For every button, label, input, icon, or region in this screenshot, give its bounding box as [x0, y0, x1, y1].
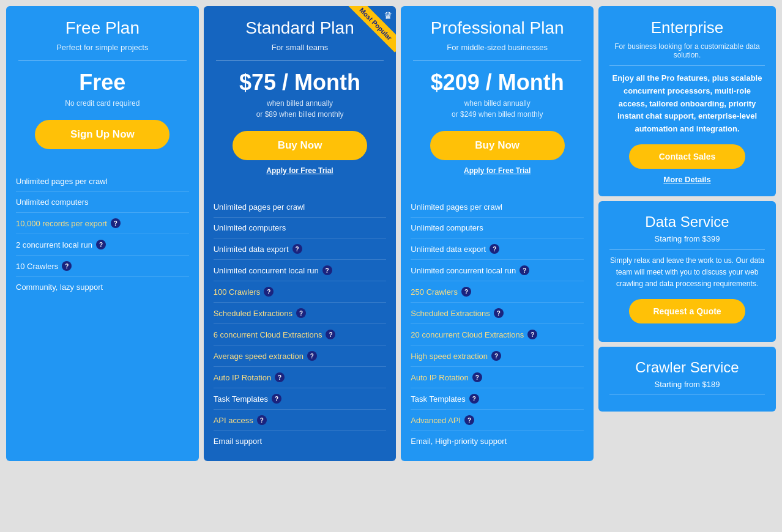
info-icon[interactable]: ? [322, 265, 332, 275]
standard-plan-card: ♛ Most Popular Standard Plan For small t… [204, 6, 397, 461]
info-icon[interactable]: ? [111, 218, 121, 228]
list-item: Unlimited data export ? [411, 238, 584, 260]
right-column: Enterprise For business looking for a cu… [598, 6, 776, 461]
list-item: Unlimited computers [16, 192, 189, 213]
free-plan-cta-button[interactable]: Sign Up Now [35, 120, 169, 149]
standard-plan-cta-button[interactable]: Buy Now [233, 131, 367, 160]
info-icon[interactable]: ? [469, 394, 479, 404]
professional-plan-price: $209 / Month [413, 70, 581, 95]
list-item: 10,000 records per export ? [16, 213, 189, 234]
free-plan-title: Free Plan [18, 18, 187, 38]
list-item: 20 concurrent Cloud Extractions ? [411, 324, 584, 345]
pricing-container: Free Plan Perfect for simple projects Fr… [6, 6, 776, 461]
enterprise-more-details-link[interactable]: More Details [609, 175, 765, 184]
list-item: Email support [214, 431, 387, 451]
data-service-price: Starting from $399 [609, 234, 765, 243]
standard-plan-price-sub: when billed annuallyor $89 when billed m… [216, 98, 384, 120]
info-icon[interactable]: ? [292, 244, 302, 254]
info-icon[interactable]: ? [275, 372, 285, 382]
crawler-service-price: Starting from $189 [609, 380, 765, 389]
list-item: Unlimited concurrent local run ? [214, 260, 387, 281]
info-icon[interactable]: ? [257, 415, 267, 425]
list-item: Scheduled Extractions ? [214, 303, 387, 324]
info-icon[interactable]: ? [494, 308, 504, 318]
professional-plan-card: Professional Plan For middle-sized busin… [401, 6, 594, 461]
enterprise-cta-button[interactable]: Contact Sales [629, 144, 746, 169]
list-item: High speed extraction ? [411, 345, 584, 367]
list-item: Scheduled Extractions ? [411, 303, 584, 324]
list-item: 250 Crawlers ? [411, 281, 584, 303]
crawler-service-title: Crawler Service [609, 359, 765, 376]
list-item: Average speed extraction ? [214, 345, 387, 367]
list-item: Unlimited computers [214, 218, 387, 238]
info-icon[interactable]: ? [307, 351, 317, 361]
data-service-cta-button[interactable]: Request a Quote [629, 299, 746, 323]
info-icon[interactable]: ? [527, 330, 537, 339]
list-item: Advanced API ? [411, 410, 584, 431]
list-item: Task Templates ? [214, 388, 387, 410]
info-icon[interactable]: ? [272, 394, 281, 404]
list-item: Unlimited pages per crawl [411, 197, 584, 218]
standard-free-trial-link[interactable]: Apply for Free Trial [216, 166, 384, 175]
info-icon[interactable]: ? [326, 330, 335, 339]
list-item: Auto IP Rotation ? [411, 367, 584, 388]
crawler-service-card: Crawler Service Starting from $189 [598, 347, 776, 412]
list-item: 2 concurrent local run ? [16, 234, 189, 256]
info-icon[interactable]: ? [62, 261, 72, 271]
professional-plan-cta-button[interactable]: Buy Now [430, 131, 565, 160]
professional-plan-title: Professional Plan [413, 18, 581, 38]
list-item: Unlimited computers [411, 218, 584, 238]
enterprise-title: Enterprise [609, 18, 765, 37]
list-item: Unlimited concurrent local run ? [411, 260, 584, 281]
standard-plan-header: ♛ Most Popular Standard Plan For small t… [204, 6, 397, 187]
professional-plan-header: Professional Plan For middle-sized busin… [401, 6, 594, 187]
professional-plan-subtitle: For middle-sized businesses [413, 43, 581, 52]
professional-plan-price-sub: when billed annuallyor $249 when billed … [413, 98, 581, 120]
list-item: 10 Crawlers ? [16, 256, 189, 277]
list-item: Email, High-priority support [411, 431, 584, 451]
free-plan-subtitle: Perfect for simple projects [18, 43, 187, 52]
standard-plan-features: Unlimited pages per crawl Unlimited comp… [204, 187, 397, 461]
data-service-title: Data Service [609, 213, 765, 231]
info-icon[interactable]: ? [96, 240, 106, 249]
most-popular-ribbon: ♛ Most Popular [341, 6, 396, 61]
info-icon[interactable]: ? [461, 287, 471, 297]
standard-plan-subtitle: For small teams [216, 43, 384, 52]
standard-plan-price: $75 / Month [216, 70, 384, 95]
list-item: 100 Crawlers ? [214, 281, 387, 303]
list-item: Auto IP Rotation ? [214, 367, 387, 388]
list-item: Unlimited pages per crawl [16, 171, 189, 192]
info-icon[interactable]: ? [472, 372, 482, 382]
free-plan-card: Free Plan Perfect for simple projects Fr… [6, 6, 199, 461]
enterprise-card: Enterprise For business looking for a cu… [598, 6, 776, 196]
free-plan-price-sub: No credit card required [18, 98, 187, 109]
professional-free-trial-link[interactable]: Apply for Free Trial [413, 166, 581, 175]
data-service-card: Data Service Starting from $399 Simply r… [598, 201, 776, 342]
info-icon[interactable]: ? [296, 308, 306, 318]
free-plan-features: Unlimited pages per crawl Unlimited comp… [6, 161, 199, 461]
list-item: 6 concurrent Cloud Extractions ? [214, 324, 387, 345]
enterprise-subtitle: For business looking for a customizable … [609, 42, 765, 59]
info-icon[interactable]: ? [490, 244, 499, 254]
info-icon[interactable]: ? [464, 415, 474, 425]
list-item: Community, lazy support [16, 277, 189, 297]
info-icon[interactable]: ? [491, 351, 501, 361]
list-item: Unlimited data export ? [214, 238, 387, 260]
free-plan-price: Free [18, 70, 187, 95]
free-plan-header: Free Plan Perfect for simple projects Fr… [6, 6, 199, 161]
list-item: Unlimited pages per crawl [214, 197, 387, 218]
crown-icon: ♛ [384, 10, 392, 21]
professional-plan-features: Unlimited pages per crawl Unlimited comp… [401, 187, 594, 461]
enterprise-header: Enterprise For business looking for a cu… [609, 18, 765, 66]
enterprise-description: Enjoy all the Pro features, plus scalabl… [609, 72, 765, 136]
list-item: Task Templates ? [411, 388, 584, 410]
data-service-description: Simply relax and leave the work to us. O… [609, 255, 765, 290]
info-icon[interactable]: ? [264, 287, 274, 297]
info-icon[interactable]: ? [519, 265, 529, 275]
list-item: API access ? [214, 410, 387, 431]
